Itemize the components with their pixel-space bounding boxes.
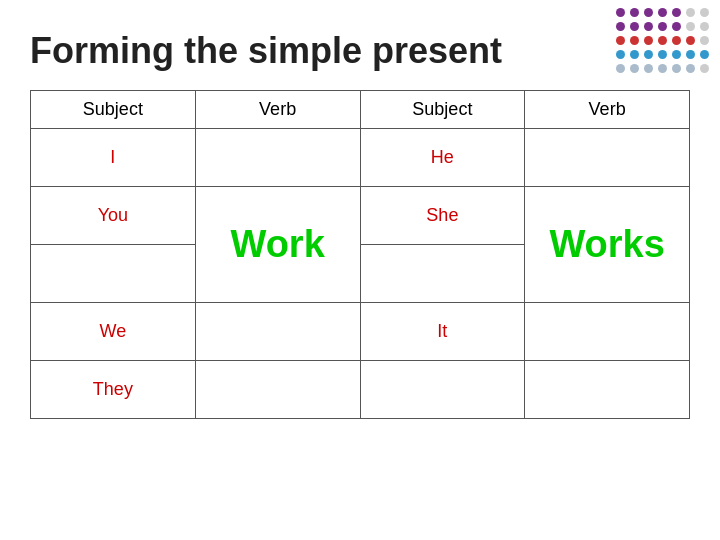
page-container: Forming the simple present Subject Verb … bbox=[0, 0, 720, 540]
decorative-dot bbox=[616, 8, 625, 17]
decorative-dot-grid bbox=[616, 8, 710, 74]
decorative-dot bbox=[616, 22, 625, 31]
header-subject-1: Subject bbox=[31, 91, 196, 129]
subject-he-label: He bbox=[431, 147, 454, 167]
subject-you-label: You bbox=[98, 205, 128, 225]
decorative-dot bbox=[644, 50, 653, 59]
decorative-dot bbox=[630, 22, 639, 31]
decorative-dot bbox=[672, 22, 681, 31]
page-title: Forming the simple present bbox=[30, 30, 690, 72]
conjugation-table: Subject Verb Subject Verb I He You Work … bbox=[30, 90, 690, 419]
decorative-dot bbox=[672, 50, 681, 59]
cell-verb-work: Work bbox=[195, 187, 360, 303]
cell-verb-it bbox=[525, 303, 690, 361]
cell-empty-1 bbox=[31, 245, 196, 303]
cell-verb-i bbox=[195, 129, 360, 187]
decorative-dot bbox=[616, 64, 625, 73]
subject-it-label: It bbox=[437, 321, 447, 341]
decorative-dot bbox=[630, 64, 639, 73]
decorative-dot bbox=[672, 8, 681, 17]
cell-subject-we: We bbox=[31, 303, 196, 361]
decorative-dot bbox=[686, 22, 695, 31]
cell-subject-i: I bbox=[31, 129, 196, 187]
cell-empty-3 bbox=[360, 361, 525, 419]
decorative-dot bbox=[644, 8, 653, 17]
subject-she-label: She bbox=[426, 205, 458, 225]
decorative-dot bbox=[700, 22, 709, 31]
decorative-dot bbox=[686, 64, 695, 73]
cell-verb-they bbox=[195, 361, 360, 419]
decorative-dot bbox=[658, 36, 667, 45]
decorative-dot bbox=[686, 36, 695, 45]
decorative-dot bbox=[658, 50, 667, 59]
decorative-dot bbox=[630, 36, 639, 45]
decorative-dot bbox=[630, 8, 639, 17]
decorative-dot bbox=[644, 36, 653, 45]
subject-i-label: I bbox=[110, 147, 115, 167]
header-subject-2: Subject bbox=[360, 91, 525, 129]
cell-verb-we bbox=[195, 303, 360, 361]
header-verb-2: Verb bbox=[525, 91, 690, 129]
decorative-dot bbox=[672, 36, 681, 45]
cell-subject-you: You bbox=[31, 187, 196, 245]
subject-we-label: We bbox=[100, 321, 127, 341]
decorative-dot bbox=[686, 8, 695, 17]
cell-subject-she: She bbox=[360, 187, 525, 245]
cell-subject-they: They bbox=[31, 361, 196, 419]
cell-empty-2 bbox=[360, 245, 525, 303]
decorative-dot bbox=[672, 64, 681, 73]
cell-subject-he: He bbox=[360, 129, 525, 187]
decorative-dot bbox=[686, 50, 695, 59]
verb-works-label: Works bbox=[549, 223, 664, 265]
subject-they-label: They bbox=[93, 379, 133, 399]
decorative-dot bbox=[644, 22, 653, 31]
header-verb-1: Verb bbox=[195, 91, 360, 129]
verb-work-label: Work bbox=[230, 223, 324, 265]
decorative-dot bbox=[630, 50, 639, 59]
decorative-dot bbox=[658, 64, 667, 73]
decorative-dot bbox=[616, 50, 625, 59]
decorative-dot bbox=[658, 8, 667, 17]
cell-empty-4 bbox=[525, 361, 690, 419]
decorative-dot bbox=[644, 64, 653, 73]
decorative-dot bbox=[700, 8, 709, 17]
decorative-dot bbox=[616, 36, 625, 45]
decorative-dot bbox=[658, 22, 667, 31]
cell-verb-works: Works bbox=[525, 187, 690, 303]
decorative-dot bbox=[700, 64, 709, 73]
cell-verb-he bbox=[525, 129, 690, 187]
decorative-dot bbox=[700, 50, 709, 59]
decorative-dot bbox=[700, 36, 709, 45]
cell-subject-it: It bbox=[360, 303, 525, 361]
